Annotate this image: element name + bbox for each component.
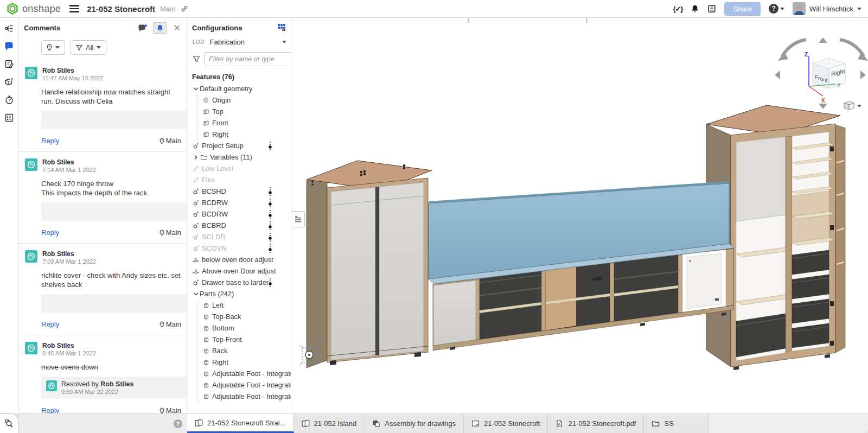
feature-tree-row[interactable]: Variables (11) xyxy=(190,151,291,163)
feature-tree-row[interactable]: Adjustable Foot - Integrato G xyxy=(197,368,291,379)
feature-tree-row[interactable]: Adjustable Foot - Integrato G xyxy=(197,391,291,402)
comments-icon[interactable] xyxy=(4,41,15,52)
feature-tree-row[interactable]: BCDRW xyxy=(190,208,291,220)
share-button[interactable]: Share xyxy=(724,2,761,16)
feature-tree-row[interactable]: Default geometry xyxy=(190,83,291,94)
feature-label: BCBRD xyxy=(202,221,226,230)
configured-dots-icon[interactable] xyxy=(268,244,272,253)
view-options-menu[interactable] xyxy=(844,101,861,110)
axis-z-label: Z xyxy=(805,52,808,58)
feature-tree-row[interactable]: Origin xyxy=(197,94,291,106)
view-cube[interactable]: Front Right Z Y X xyxy=(770,33,868,114)
rotate-left-arrow-icon xyxy=(782,40,806,56)
feature-tree-row[interactable]: Top-Front xyxy=(197,334,291,345)
feature-tree-row[interactable]: Project Setup xyxy=(190,140,291,151)
feature-tree-row[interactable]: SCOVN xyxy=(190,243,291,254)
hamburger-icon[interactable] xyxy=(69,5,79,12)
feature-tree-row[interactable]: BCSHD xyxy=(190,186,291,197)
feature-tree-row[interactable]: Parts (242) xyxy=(190,288,291,300)
feature-tree-row[interactable]: Left xyxy=(197,300,291,311)
model-middle-run xyxy=(424,181,734,351)
comment-status-filter[interactable]: All xyxy=(71,40,106,55)
feature-gear-icon xyxy=(192,221,200,230)
performance-icon[interactable] xyxy=(4,94,15,105)
configuration-table-icon[interactable] xyxy=(277,23,286,32)
feature-tree-row[interactable]: Top xyxy=(197,106,291,117)
journal-icon[interactable] xyxy=(707,4,716,13)
configured-dots-icon[interactable] xyxy=(268,232,272,242)
feature-tree-row[interactable]: Drawer base to larder xyxy=(190,277,291,288)
help-menu[interactable]: ? xyxy=(769,4,784,14)
feature-tree-row[interactable]: Bottom xyxy=(197,322,291,334)
document-tab[interactable]: SS xyxy=(644,414,709,433)
where-used-icon[interactable]: ? xyxy=(4,77,15,87)
comment-location-link[interactable]: Main xyxy=(159,320,181,328)
configured-dots-icon[interactable] xyxy=(268,209,272,219)
feature-tree-row[interactable]: Front xyxy=(197,117,291,129)
document-tab[interactable]: 21-052 Island xyxy=(294,414,365,433)
properties-icon[interactable] xyxy=(4,112,15,123)
feature-tree-row[interactable]: Top-Back xyxy=(197,311,291,322)
feature-tree: Default geometry Origin Top Front Right … xyxy=(187,83,291,413)
feature-tree-row[interactable]: SCLDR xyxy=(190,231,291,243)
configured-dots-icon[interactable] xyxy=(268,198,272,208)
axis-x-label: X xyxy=(821,98,825,104)
configured-dots-icon[interactable] xyxy=(268,278,272,288)
document-tab[interactable]: 21-052 Stonecroft.pdf xyxy=(548,414,644,433)
onshape-logo[interactable]: onshape xyxy=(7,3,61,15)
document-tab[interactable]: 21-052 Stonecroft xyxy=(464,414,548,433)
feature-tree-row[interactable]: Right xyxy=(197,129,291,140)
part-icon xyxy=(202,392,210,400)
configured-dots-icon[interactable] xyxy=(268,187,272,196)
configured-dots-icon[interactable] xyxy=(268,221,272,231)
feature-tree-row[interactable]: Right xyxy=(197,356,291,368)
part-icon xyxy=(202,347,210,355)
versions-brace-icon[interactable]: {✓} xyxy=(673,5,682,13)
comment-location-link[interactable]: Main xyxy=(159,137,181,145)
comment-notifications-bell-icon[interactable] xyxy=(153,22,167,34)
tab-search-button[interactable] xyxy=(0,413,18,433)
feature-tree-row[interactable]: Above oven Door adjust xyxy=(190,265,291,277)
feature-label: Left xyxy=(212,301,224,309)
comment-timestamp: 7:14 AM Mar 1 2022 xyxy=(42,167,96,173)
feature-tree-row[interactable]: Low Level xyxy=(190,163,291,174)
reply-link[interactable]: Reply xyxy=(41,137,59,145)
notifications-bell-icon[interactable] xyxy=(691,4,699,13)
feature-gear-icon xyxy=(192,233,200,241)
feature-filter-input[interactable] xyxy=(204,52,291,66)
versions-history-icon[interactable] xyxy=(4,23,15,34)
comment-location-link[interactable]: Main xyxy=(159,228,181,237)
add-comment-icon[interactable] xyxy=(138,24,148,33)
configured-dots-icon[interactable] xyxy=(268,141,272,151)
feature-tree-row[interactable]: BCBRD xyxy=(190,220,291,231)
bottom-help-icon[interactable]: ? xyxy=(174,419,182,428)
feature-label: Default geometry xyxy=(200,85,252,93)
feature-tree-row[interactable]: Fins xyxy=(190,174,291,186)
help-caret-icon xyxy=(780,8,784,10)
comment-location-filter[interactable] xyxy=(41,40,65,55)
tab-label: SS xyxy=(664,419,673,428)
lod-select[interactable]: LOD Fabrication xyxy=(187,34,291,48)
feature-tree-row[interactable]: BCDRW xyxy=(190,197,291,208)
model-left-cabinet xyxy=(307,161,432,368)
workspace-label[interactable]: Main xyxy=(160,5,175,13)
document-tab[interactable]: 21-052 Stonecroft Strai... xyxy=(187,414,294,433)
reply-link[interactable]: Reply xyxy=(41,228,59,237)
comment-location-label: Main xyxy=(166,137,181,145)
feature-list-toggle[interactable] xyxy=(291,211,305,227)
document-title[interactable]: 21-052 Stonecroft xyxy=(87,4,155,14)
feature-tree-row[interactable]: Adjustable Foot - Integrato G xyxy=(197,379,291,391)
comment-timestamp: 11:47 AM May 10 2022 xyxy=(42,75,103,81)
document-tab[interactable]: Assembly for drawings xyxy=(365,414,464,433)
user-menu[interactable]: Will Hirschtick xyxy=(793,2,861,15)
part-icon xyxy=(202,370,210,378)
feature-tree-row[interactable]: Back xyxy=(197,345,291,356)
reply-link[interactable]: Reply xyxy=(41,320,59,328)
feature-tree-row[interactable]: below oven door adjust xyxy=(190,254,291,265)
reply-link[interactable]: Reply xyxy=(41,406,59,413)
close-icon[interactable]: ✕ xyxy=(172,24,182,33)
notes-icon[interactable] xyxy=(4,59,15,69)
comment-location-link[interactable]: Main xyxy=(159,406,181,413)
link-icon[interactable] xyxy=(181,5,188,12)
funnel-icon xyxy=(193,55,200,63)
